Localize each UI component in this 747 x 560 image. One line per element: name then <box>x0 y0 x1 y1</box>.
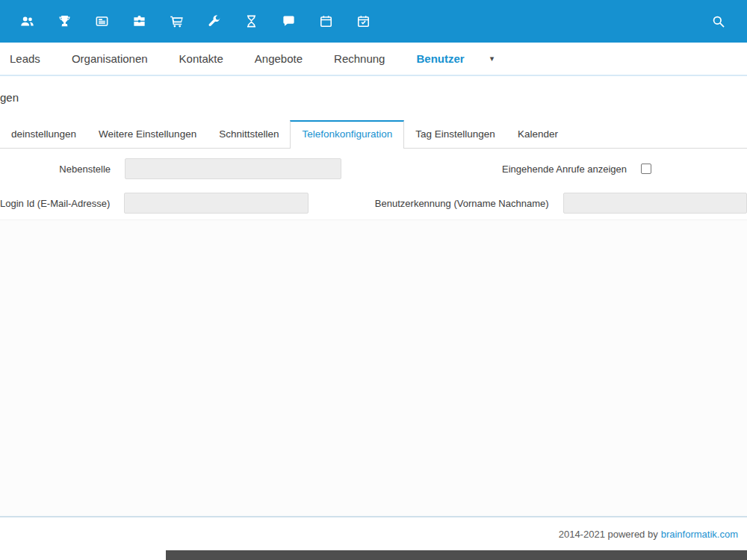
nav-item-benutzer[interactable]: Benutzer <box>416 52 464 65</box>
nav-item-kontakte[interactable]: Kontakte <box>179 52 223 65</box>
nebenstelle-input[interactable] <box>125 158 341 179</box>
nav-item-organisationen[interactable]: Organisationen <box>72 52 148 65</box>
tab-grundeinstellungen[interactable]: deinstellungen <box>0 121 87 148</box>
chevron-down-icon[interactable]: ▾ <box>490 54 495 63</box>
nav-item-leads[interactable]: Leads <box>10 52 40 65</box>
benutzerkennung-label: Benutzerkennung (Vorname Nachname) <box>309 198 549 209</box>
login-id-input[interactable] <box>124 193 308 214</box>
telefonkonfiguration-form: Nebenstelle Eingehende Anrufe anzeigen L… <box>0 149 747 214</box>
calendar-check-icon[interactable] <box>352 10 374 33</box>
cart-icon[interactable] <box>165 10 187 33</box>
nav-item-rechnung[interactable]: Rechnung <box>334 52 385 65</box>
search-icon[interactable] <box>707 10 729 33</box>
empty-content-panel <box>0 220 747 516</box>
login-id-label: Login Id (E-Mail-Adresse) <box>0 198 110 209</box>
calendar-icon[interactable] <box>314 10 337 33</box>
eingehende-anrufe-checkbox[interactable] <box>641 164 651 174</box>
module-nav: Leads Organisationen Kontakte Angebote R… <box>0 43 747 76</box>
bottom-window-edge <box>166 550 747 560</box>
tab-telefonkonfiguration[interactable]: Telefonkonfiguration <box>290 120 404 149</box>
hourglass-icon[interactable] <box>240 10 262 33</box>
form-row: Nebenstelle Eingehende Anrufe anzeigen <box>0 158 747 179</box>
briefcase-icon[interactable] <box>128 10 150 33</box>
footer: 2014-2021 powered by brainformatik.com <box>0 517 747 551</box>
eingehende-anrufe-label: Eingehende Anrufe anzeigen <box>341 164 627 175</box>
settings-page: gen deinstellungen Weitere Einstellungen… <box>0 91 747 551</box>
form-row: Login Id (E-Mail-Adresse) Benutzerkennun… <box>0 193 747 214</box>
tab-schnittstellen[interactable]: Schnittstellen <box>208 121 290 148</box>
tab-weitere-einstellungen[interactable]: Weitere Einstellungen <box>87 121 208 148</box>
brainformatik-link[interactable]: brainformatik.com <box>661 529 738 540</box>
users-icon[interactable] <box>16 10 38 33</box>
tab-tag-einstellungen[interactable]: Tag Einstellungen <box>404 121 506 148</box>
news-icon[interactable] <box>90 10 113 33</box>
nav-item-angebote[interactable]: Angebote <box>255 52 303 65</box>
footer-copyright-text: 2014-2021 powered by <box>559 529 658 540</box>
wrench-icon[interactable] <box>202 10 225 33</box>
page-title: gen <box>0 91 747 105</box>
benutzerkennung-input[interactable] <box>563 193 747 214</box>
tab-kalender[interactable]: Kalender <box>506 121 569 148</box>
nebenstelle-label: Nebenstelle <box>0 164 111 175</box>
trophy-icon[interactable] <box>53 10 75 33</box>
top-toolbar <box>0 0 747 43</box>
chat-icon[interactable] <box>277 10 300 33</box>
settings-tabs: deinstellungen Weitere Einstellungen Sch… <box>0 120 747 149</box>
